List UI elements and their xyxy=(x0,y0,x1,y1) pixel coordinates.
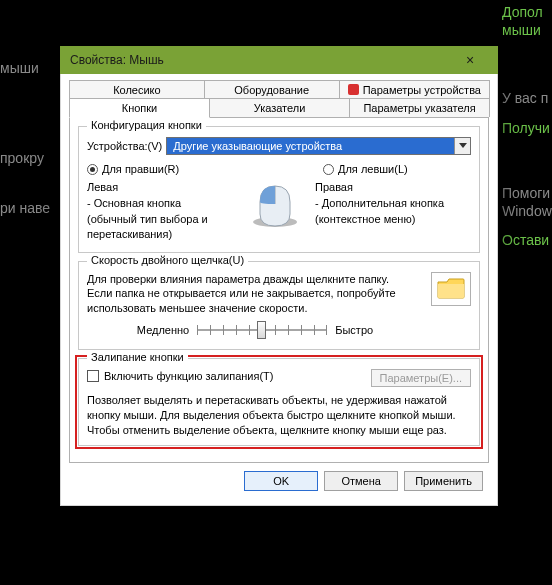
slider-thumb[interactable] xyxy=(257,321,266,339)
tab-wheel[interactable]: Колесико xyxy=(69,80,205,99)
clicklock-help: Чтобы отменить выделение объекта, щелкни… xyxy=(87,423,471,438)
clicklock-help: кнопку мыши. Для выделения объекта быстр… xyxy=(87,408,471,423)
titlebar[interactable]: Свойства: Мышь × xyxy=(60,46,498,74)
devices-select[interactable]: Другие указывающие устройства xyxy=(166,137,471,155)
mouse-properties-dialog: Свойства: Мышь × Колесико Оборудование П… xyxy=(60,46,498,506)
radio-right-label: Для правши(R) xyxy=(102,163,179,175)
radio-icon xyxy=(323,164,334,175)
apply-button[interactable]: Применить xyxy=(404,471,483,491)
bg-text: Помоги xyxy=(502,185,550,201)
synaptics-icon xyxy=(348,84,359,95)
group-button-config: Конфигурация кнопки Устройства:(V) Други… xyxy=(78,126,480,253)
radio-left-handed[interactable]: Для левши(L) xyxy=(323,163,471,175)
bg-text: мыши xyxy=(0,60,39,76)
left-desc: перетаскивания) xyxy=(87,228,243,242)
tab-pointers[interactable]: Указатели xyxy=(209,98,350,117)
clicklock-params-button: Параметры(E)... xyxy=(371,369,471,387)
devices-select-value: Другие указывающие устройства xyxy=(173,140,342,152)
bg-text: Получи xyxy=(502,120,550,136)
clicklock-help: Позволяет выделять и перетаскивать объек… xyxy=(87,393,471,408)
checkbox-icon xyxy=(87,370,99,382)
test-folder[interactable] xyxy=(431,272,471,306)
bg-text: прокру xyxy=(0,150,44,166)
dclick-text: Если папка не открывается или не закрыва… xyxy=(87,286,423,300)
tab-device-label: Параметры устройства xyxy=(363,84,481,96)
devices-label: Устройства:(V) xyxy=(87,140,162,152)
bg-text: Window xyxy=(502,203,552,219)
dclick-speed-slider[interactable] xyxy=(197,319,327,341)
slider-slow-label: Медленно xyxy=(137,323,189,337)
chevron-down-icon xyxy=(454,138,470,154)
clicklock-checkbox[interactable]: Включить функцию залипания(T) xyxy=(87,370,274,382)
tab-buttons[interactable]: Кнопки xyxy=(69,98,210,118)
right-desc: (контекстное меню) xyxy=(315,213,471,227)
ok-button[interactable]: OK xyxy=(244,471,318,491)
bg-text: Остави xyxy=(502,232,549,248)
radio-right-handed[interactable]: Для правши(R) xyxy=(87,163,235,175)
radio-left-label: Для левши(L) xyxy=(338,163,408,175)
bg-text: мыши xyxy=(502,22,541,38)
group-button-config-legend: Конфигурация кнопки xyxy=(87,119,206,131)
mouse-icon xyxy=(243,181,307,231)
left-title: Левая xyxy=(87,181,243,195)
tab-device-settings[interactable]: Параметры устройства xyxy=(339,80,490,99)
right-desc: - Дополнительная кнопка xyxy=(315,197,471,211)
left-desc: (обычный тип выбора и xyxy=(87,213,243,227)
group-click-lock-legend: Залипание кнопки xyxy=(87,351,188,363)
window-title: Свойства: Мышь xyxy=(70,53,450,67)
bg-text: У вас п xyxy=(502,90,548,106)
close-button[interactable]: × xyxy=(450,49,490,71)
bg-text: ри наве xyxy=(0,200,50,216)
clicklock-label: Включить функцию залипания(T) xyxy=(104,370,274,382)
group-click-lock: Залипание кнопки Включить функцию залипа… xyxy=(78,358,480,447)
radio-icon xyxy=(87,164,98,175)
cancel-button[interactable]: Отмена xyxy=(324,471,398,491)
bg-text: Допол xyxy=(502,4,543,20)
slider-fast-label: Быстро xyxy=(335,323,373,337)
tab-pointer-options[interactable]: Параметры указателя xyxy=(349,98,490,117)
left-desc: - Основная кнопка xyxy=(87,197,243,211)
right-title: Правая xyxy=(315,181,471,195)
dclick-text: использовать меньшее значение скорости. xyxy=(87,301,423,315)
group-double-click-legend: Скорость двойного щелчка(U) xyxy=(87,254,248,266)
dclick-text: Для проверки влияния параметра дважды ще… xyxy=(87,272,423,286)
tab-hardware[interactable]: Оборудование xyxy=(204,80,340,99)
group-double-click: Скорость двойного щелчка(U) Для проверки… xyxy=(78,261,480,350)
